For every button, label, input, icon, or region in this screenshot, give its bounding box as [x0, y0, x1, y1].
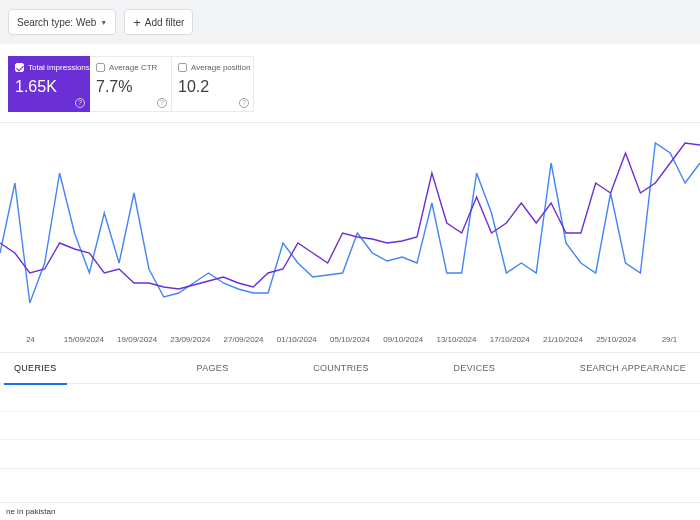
x-tick: 17/10/2024 — [483, 335, 536, 344]
tab-pages[interactable]: PAGES — [187, 353, 239, 383]
tab-countries[interactable]: COUNTRIES — [303, 353, 379, 383]
x-tick: 27/09/2024 — [217, 335, 270, 344]
checkbox-icon — [15, 63, 24, 72]
metric-cards: Total impressions 1.65K ? Average CTR 7.… — [0, 44, 700, 118]
x-tick: 05/10/2024 — [323, 335, 376, 344]
table-row[interactable] — [0, 384, 700, 412]
metric-value: 1.65K — [15, 78, 83, 96]
metric-label: Total impressions — [28, 63, 90, 72]
metric-card-impressions[interactable]: Total impressions 1.65K ? — [8, 56, 90, 112]
search-type-chip[interactable]: Search type: Web ▼ — [8, 9, 116, 35]
metric-value: 7.7% — [96, 78, 165, 96]
filter-bar: Search type: Web ▼ + Add filter — [0, 0, 700, 44]
x-tick: 23/09/2024 — [164, 335, 217, 344]
chart-x-axis: 2415/09/202419/09/202423/09/202427/09/20… — [0, 333, 700, 352]
metric-label: Average position — [191, 63, 250, 72]
tab-search-appearance[interactable]: SEARCH APPEARANCE — [570, 353, 696, 383]
x-tick: 24 — [4, 335, 57, 344]
metric-card-position[interactable]: Average position 10.2 ? — [172, 56, 254, 112]
x-tick: 15/09/2024 — [57, 335, 110, 344]
add-filter-label: Add filter — [145, 17, 184, 28]
chevron-down-icon: ▼ — [100, 19, 107, 26]
plus-icon: + — [133, 16, 141, 29]
dimension-tabs: QUERIES PAGES COUNTRIES DEVICES SEARCH A… — [0, 352, 700, 384]
help-icon[interactable]: ? — [75, 98, 85, 108]
metric-label: Average CTR — [109, 63, 157, 72]
x-tick: 13/10/2024 — [430, 335, 483, 344]
add-filter-button[interactable]: + Add filter — [124, 9, 193, 35]
x-tick: 25/10/2024 — [590, 335, 643, 344]
checkbox-icon — [96, 63, 105, 72]
table-row[interactable] — [0, 412, 700, 440]
performance-chart[interactable] — [0, 133, 700, 333]
search-type-label: Search type: Web — [17, 17, 96, 28]
query-text: ne in pakistan — [6, 507, 55, 516]
metric-card-ctr[interactable]: Average CTR 7.7% ? — [90, 56, 172, 112]
x-tick: 19/09/2024 — [110, 335, 163, 344]
x-tick: 29/1 — [643, 335, 696, 344]
x-tick: 01/10/2024 — [270, 335, 323, 344]
checkbox-icon — [178, 63, 187, 72]
table-row[interactable] — [0, 440, 700, 468]
results-table — [0, 384, 700, 469]
x-tick: 09/10/2024 — [377, 335, 430, 344]
help-icon[interactable]: ? — [239, 98, 249, 108]
query-row[interactable]: ne in pakistan — [0, 502, 700, 520]
x-tick: 21/10/2024 — [536, 335, 589, 344]
tab-queries[interactable]: QUERIES — [4, 353, 67, 383]
help-icon[interactable]: ? — [157, 98, 167, 108]
metric-value: 10.2 — [178, 78, 247, 96]
chart-area: 2415/09/202419/09/202423/09/202427/09/20… — [0, 122, 700, 352]
tab-devices[interactable]: DEVICES — [444, 353, 506, 383]
